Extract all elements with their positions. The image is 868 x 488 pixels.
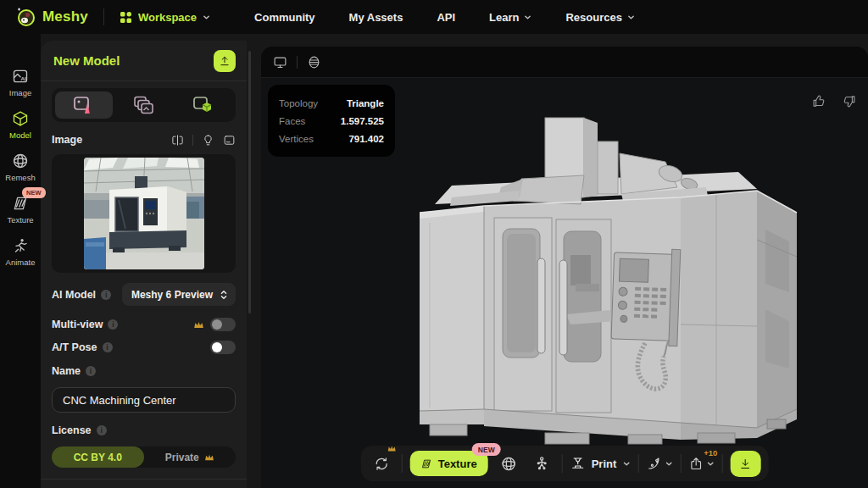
lightbulb-icon[interactable] [202, 134, 214, 147]
model-viewport[interactable]: Topology Triangle Faces 1.597.525 Vertic… [261, 47, 868, 488]
chevron-down-icon [706, 460, 714, 468]
ai-model-label: AI Model i [52, 289, 111, 301]
remesh-button[interactable] [496, 451, 521, 476]
nav-resources[interactable]: Resources [565, 11, 634, 24]
share-export-icon [688, 457, 703, 471]
image-to-model-icon [73, 95, 96, 115]
rail-image-label: Image [9, 88, 31, 97]
tab-single-image[interactable] [55, 92, 113, 119]
at-pose-label-text: A/T Pose [52, 341, 97, 353]
nav-my-assets[interactable]: My Assets [349, 11, 403, 24]
download-icon [739, 458, 752, 470]
name-label: Name i [52, 365, 96, 377]
remesh-icon [500, 456, 516, 472]
chevron-down-icon [627, 14, 635, 21]
workspace-grid-icon [120, 11, 132, 24]
license-segment: CC BY 4.0 Private [52, 446, 236, 468]
nav-resources-label: Resources [565, 11, 621, 24]
meshy-logo[interactable]: Meshy [15, 7, 88, 27]
thumbs-down-icon[interactable] [842, 94, 856, 108]
chevron-down-icon [665, 460, 672, 468]
topology-label: Topology [279, 98, 318, 108]
license-private[interactable]: Private [144, 446, 236, 468]
sculpt-pen-icon [646, 456, 661, 471]
cnc-photo [84, 158, 204, 269]
license-cc-by[interactable]: CC BY 4.0 [52, 446, 144, 468]
vertices-value: 791.402 [348, 134, 384, 144]
upload-button[interactable] [214, 50, 236, 72]
name-label-text: Name [52, 365, 81, 377]
toggle-knob [212, 342, 222, 352]
nav-api[interactable]: API [437, 11, 455, 24]
vertices-label: Vertices [279, 134, 314, 144]
new-model-panel: New Model [41, 41, 247, 488]
rail-remesh-label: Remesh [5, 173, 35, 182]
rail-item-animate[interactable]: Animate [0, 237, 41, 267]
info-icon: i [108, 319, 118, 330]
toolbar-divider [680, 454, 681, 473]
multi-view-label: Multi-view i [52, 319, 118, 330]
download-button[interactable] [730, 451, 760, 477]
rail-item-image[interactable]: AI Image [0, 68, 41, 97]
rail-animate-label: Animate [6, 258, 36, 267]
updown-chevrons-icon [220, 290, 228, 300]
cube-icon [12, 110, 29, 127]
chevron-down-icon [524, 14, 531, 21]
share-menu-button[interactable]: +10 [688, 457, 714, 471]
nav-learn[interactable]: Learn [489, 11, 531, 24]
rail-item-remesh[interactable]: Remesh [0, 152, 41, 182]
flip-compare-icon[interactable] [171, 134, 184, 147]
info-row-vertices: Vertices 791.402 [279, 130, 384, 147]
faces-label: Faces [279, 116, 305, 126]
card-icon[interactable] [223, 134, 236, 147]
texture-button[interactable]: Texture NEW [410, 451, 488, 476]
upload-icon [219, 55, 231, 67]
crown-icon [193, 320, 204, 330]
viewport-topbar-divider [297, 56, 298, 69]
nav-workspace[interactable]: Workspace [120, 11, 210, 24]
mesh-info-panel: Topology Triangle Faces 1.597.525 Vertic… [268, 85, 395, 157]
cnc-3d-model[interactable] [418, 113, 799, 445]
nav-community[interactable]: Community [254, 11, 315, 24]
logo-text: Meshy [42, 8, 88, 25]
rail-item-texture[interactable]: NEW Texture [0, 195, 41, 225]
share-bonus-label: +10 [704, 448, 717, 458]
image-ai-icon: AI [12, 68, 29, 85]
rail-texture-label: Texture [7, 215, 33, 225]
monitor-icon[interactable] [273, 55, 287, 69]
nav-divider [103, 8, 104, 25]
regenerate-button[interactable] [369, 451, 394, 476]
tools-divider [192, 135, 193, 146]
source-image-thumbnail[interactable] [52, 154, 236, 273]
name-input[interactable] [52, 387, 236, 413]
feedback-buttons [812, 94, 856, 108]
nav-learn-label: Learn [489, 11, 519, 24]
license-private-label: Private [165, 452, 199, 463]
3d-printer-icon [570, 456, 586, 471]
toolbar-divider [402, 454, 403, 473]
multi-view-toggle[interactable] [210, 318, 236, 331]
info-row-faces: Faces 1.597.525 [279, 112, 384, 130]
tab-multi-image[interactable] [114, 92, 172, 119]
left-rail: AI Image Model Remesh NEW Texture Animat… [0, 34, 41, 488]
at-pose-toggle[interactable] [210, 341, 236, 354]
rail-item-model[interactable]: Model [0, 110, 41, 140]
topology-value: Triangle [347, 98, 384, 108]
panel-scrollbar[interactable] [248, 51, 251, 313]
toolbar-divider [562, 454, 563, 473]
thumbs-up-icon[interactable] [812, 94, 826, 108]
divider [41, 479, 247, 480]
crown-icon [387, 445, 397, 452]
faces-value: 1.597.525 [341, 116, 384, 126]
meshy-logo-icon [15, 7, 36, 27]
sculpt-menu-button[interactable] [646, 456, 672, 471]
wireframe-globe-icon[interactable] [307, 55, 321, 69]
svg-text:AI: AI [20, 75, 26, 81]
toolbar-divider [721, 454, 722, 473]
ai-model-select[interactable]: Meshy 6 Preview [122, 283, 236, 306]
tab-image-cube[interactable] [175, 92, 232, 119]
ai-model-value: Meshy 6 Preview [131, 289, 213, 301]
info-icon: i [97, 425, 107, 435]
rig-button[interactable] [529, 451, 554, 476]
print-button[interactable]: Print [570, 456, 631, 471]
